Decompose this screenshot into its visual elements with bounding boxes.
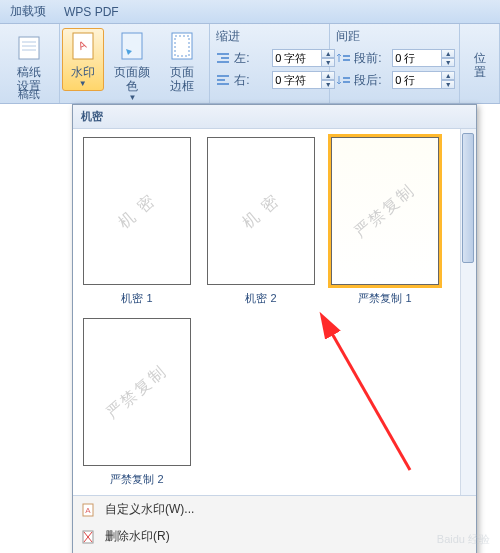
spacing-after-label: 段后: <box>354 72 392 89</box>
watermark-option[interactable]: 机 密机密 1 <box>81 137 193 306</box>
watermark-option[interactable]: 严禁复制严禁复制 1 <box>329 137 441 306</box>
indent-title: 缩进 <box>216 28 240 45</box>
position-button[interactable]: 位置 <box>466 46 493 82</box>
page-color-button[interactable]: 页面颜色 ▼ <box>104 28 161 105</box>
svg-rect-13 <box>217 79 225 81</box>
spinner[interactable]: ▲▼ <box>441 49 455 67</box>
custom-watermark-label: 自定义水印(W)... <box>105 501 194 518</box>
watermark-caption: 机密 2 <box>245 291 276 306</box>
svg-rect-14 <box>217 83 229 85</box>
svg-rect-18 <box>343 81 350 83</box>
remove-watermark-item[interactable]: 删除水印(R) <box>73 523 476 550</box>
watermark-text: 严禁复制 <box>103 361 172 423</box>
scrollbar-track[interactable] <box>460 129 476 495</box>
watermark-option[interactable]: 机 密机密 2 <box>205 137 317 306</box>
indent-left-label: 左: <box>234 50 272 67</box>
watermark-thumbnail: 机 密 <box>83 137 191 285</box>
position-label: 位置 <box>471 51 488 79</box>
custom-watermark-item[interactable]: A 自定义水印(W)... <box>73 496 476 523</box>
svg-rect-15 <box>343 55 350 57</box>
watermark-dropdown: 机密 机 密机密 1机 密机密 2严禁复制严禁复制 1严禁复制严禁复制 2 A … <box>72 104 477 553</box>
watermark-option[interactable]: 严禁复制严禁复制 2 <box>81 318 193 487</box>
tab-wpspdf[interactable]: WPS PDF <box>64 5 119 19</box>
svg-rect-16 <box>343 59 350 61</box>
spacing-before-label: 段前: <box>354 50 392 67</box>
indent-right-icon <box>216 72 232 88</box>
svg-rect-11 <box>217 61 229 63</box>
svg-rect-0 <box>19 37 39 59</box>
spacing-title: 间距 <box>336 28 360 45</box>
watermark-icon: A <box>67 31 99 63</box>
page-border-label: 页面 边框 <box>170 65 194 93</box>
paper-settings-button[interactable]: 稿纸 设置 <box>8 28 50 96</box>
watermark-gallery: 机 密机密 1机 密机密 2严禁复制严禁复制 1严禁复制严禁复制 2 <box>73 129 476 495</box>
spinner[interactable]: ▲▼ <box>441 71 455 89</box>
remove-watermark-label: 删除水印(R) <box>105 528 170 545</box>
source-watermark: Baidu 经验 <box>437 532 490 547</box>
watermark-thumbnail: 严禁复制 <box>331 137 439 285</box>
svg-rect-6 <box>122 33 142 59</box>
custom-icon: A <box>81 502 97 518</box>
indent-left-icon <box>216 50 232 66</box>
svg-text:A: A <box>85 506 91 515</box>
remove-icon <box>81 529 97 545</box>
watermark-label: 水印 <box>71 65 95 79</box>
dropdown-header: 机密 <box>73 105 476 129</box>
svg-rect-9 <box>217 53 229 55</box>
page-border-icon <box>166 31 198 63</box>
watermark-thumbnail: 严禁复制 <box>83 318 191 466</box>
tab-addins[interactable]: 加载项 <box>10 3 46 20</box>
indent-right-input[interactable] <box>272 71 322 89</box>
watermark-caption: 严禁复制 1 <box>358 291 411 306</box>
scrollbar-thumb[interactable] <box>462 133 474 263</box>
page-color-icon <box>116 31 148 63</box>
page-border-button[interactable]: 页面 边框 <box>161 28 203 96</box>
paper-icon <box>13 31 45 63</box>
dropdown-arrow-icon: ▼ <box>79 79 87 88</box>
group-paper-label: 稿纸 <box>18 87 40 102</box>
spacing-after-input[interactable] <box>392 71 442 89</box>
svg-rect-12 <box>217 75 229 77</box>
ribbon: 稿纸 设置 稿纸 A 水印 ▼ 页面颜色 ▼ 页面 边框 缩进 <box>0 24 500 104</box>
tab-bar: 加载项 WPS PDF <box>0 0 500 24</box>
watermark-button[interactable]: A 水印 ▼ <box>62 28 104 91</box>
watermark-thumbnail: 机 密 <box>207 137 315 285</box>
svg-rect-17 <box>343 77 350 79</box>
spacing-after-icon <box>336 72 352 88</box>
watermark-caption: 严禁复制 2 <box>110 472 163 487</box>
spacing-before-input[interactable] <box>392 49 442 67</box>
svg-rect-10 <box>221 57 229 59</box>
dropdown-arrow-icon: ▼ <box>128 93 136 102</box>
spinner[interactable]: ▲▼ <box>321 71 335 89</box>
spacing-before-icon <box>336 50 352 66</box>
indent-left-input[interactable] <box>272 49 322 67</box>
watermark-caption: 机密 1 <box>121 291 152 306</box>
indent-right-label: 右: <box>234 72 272 89</box>
page-color-label: 页面颜色 <box>109 65 156 93</box>
spinner[interactable]: ▲▼ <box>321 49 335 67</box>
watermark-text: 严禁复制 <box>351 180 420 242</box>
watermark-text: 机 密 <box>114 189 160 232</box>
dropdown-menu: A 自定义水印(W)... 删除水印(R) 将所选内容保存到水印库(S)... <box>73 495 476 553</box>
watermark-text: 机 密 <box>238 189 284 232</box>
